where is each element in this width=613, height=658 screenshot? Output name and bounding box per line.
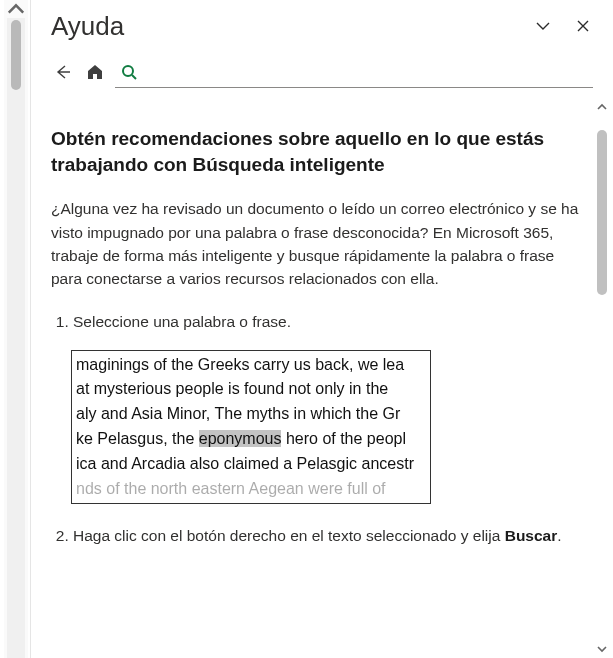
example-line: ke Pelasgus, the eponymous hero of the p… (76, 427, 426, 452)
close-button[interactable] (567, 10, 599, 42)
scrollbar-track[interactable] (7, 18, 25, 658)
arrow-left-icon (54, 63, 72, 81)
scroll-up-arrow-icon[interactable] (593, 98, 611, 116)
example-line: maginings of the Greeks carry us back, w… (76, 353, 426, 378)
step-1: Seleccione una palabra o frase. magining… (73, 310, 583, 504)
svg-point-0 (123, 66, 133, 76)
example-line: at mysterious people is found not only i… (76, 377, 426, 402)
panel-scrollbar[interactable] (593, 98, 611, 658)
scroll-down-arrow-icon[interactable] (593, 640, 611, 658)
content-wrap: Obtén recomendaciones sobre aquello en l… (31, 98, 613, 658)
home-icon (86, 63, 104, 81)
search-icon (121, 64, 137, 80)
step-1-text: Seleccione una palabra o frase. (73, 310, 583, 333)
nav-row (31, 56, 613, 98)
panel-header: Ayuda (31, 0, 613, 56)
article-title: Obtén recomendaciones sobre aquello en l… (51, 126, 583, 177)
example-line: nds of the north eastern Aegean were ful… (76, 477, 426, 502)
back-button[interactable] (51, 56, 75, 88)
panel-title: Ayuda (51, 11, 519, 42)
step-2-text-post: . (557, 527, 561, 544)
home-button[interactable] (83, 56, 107, 88)
article-intro: ¿Alguna vez ha revisado un documento o l… (51, 197, 583, 290)
example-text-image: maginings of the Greeks carry us back, w… (71, 350, 431, 505)
example-line: ica and Arcadia also claimed a Pelasgic … (76, 452, 426, 477)
step-2-text-bold: Buscar (505, 527, 558, 544)
step-2: Haga clic con el botón derecho en el tex… (73, 524, 583, 547)
collapse-button[interactable] (527, 10, 559, 42)
document-scrollbar[interactable] (4, 0, 28, 658)
search-box[interactable] (115, 56, 593, 88)
scroll-up-arrow-icon[interactable] (7, 0, 25, 18)
help-panel: Ayuda Obtén recomendaciones sobre aquell… (30, 0, 613, 658)
highlighted-word: eponymous (199, 430, 282, 447)
example-text: ke Pelasgus, the (76, 430, 199, 447)
chevron-down-icon (535, 18, 551, 34)
article-content: Obtén recomendaciones sobre aquello en l… (31, 98, 593, 658)
search-input[interactable] (145, 64, 587, 80)
scrollbar-thumb[interactable] (11, 20, 21, 90)
example-text: hero of the peopl (281, 430, 406, 447)
step-2-text-pre: Haga clic con el botón derecho en el tex… (73, 527, 505, 544)
close-icon (575, 18, 591, 34)
scrollbar-thumb[interactable] (597, 130, 607, 295)
example-line: aly and Asia Minor, The myths in which t… (76, 402, 426, 427)
steps-list: Seleccione una palabra o frase. magining… (51, 310, 583, 547)
